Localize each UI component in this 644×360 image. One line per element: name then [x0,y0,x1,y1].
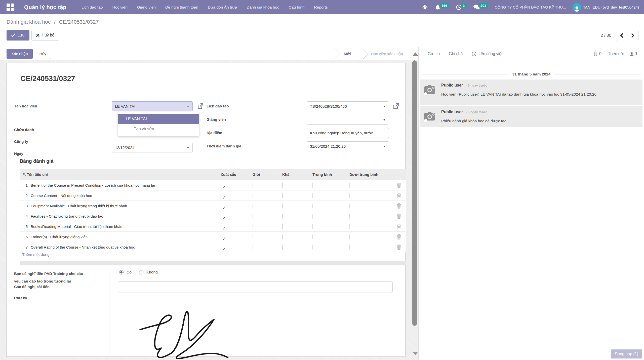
rating-checkbox[interactable] [312,204,313,208]
rating-checkbox[interactable] [312,193,313,198]
rating-checkbox[interactable] [282,234,283,239]
rating-checkbox[interactable] [253,183,253,188]
confirm-button[interactable]: Xác nhận [7,49,33,59]
rating-checkbox[interactable] [253,204,253,208]
save-button[interactable]: Lưu [7,30,29,41]
scrollbar-thumb[interactable] [412,60,417,326]
message-author[interactable]: Public user [441,110,463,114]
rating-checkbox[interactable] [349,193,350,198]
send-message-button[interactable]: Gửi tin [428,52,440,56]
cancel-button[interactable]: Hủy [35,49,51,59]
col-header-below-average[interactable]: Dưới trung bình [346,172,392,177]
menu-reports[interactable]: Reports [314,5,328,10]
delete-row-trash-icon[interactable] [396,244,402,250]
schedule-field[interactable]: TS/240528/S100/466▼ [307,101,389,111]
table-row[interactable]: 7Overall Rating of the Course - Nhận xét… [20,242,406,252]
follow-button[interactable]: Theo dõi [608,52,624,56]
rating-checkbox[interactable] [349,224,350,229]
dropdown-option-levantai[interactable]: LE VAN TAI [118,114,199,124]
rating-checkbox[interactable] [312,183,313,188]
table-row[interactable]: 2Course Content - Nội dung khóa học [20,190,406,201]
eval-time-field[interactable]: 31/05/2024 21:20:26▼ [307,141,389,151]
menu-lich-dao-tao[interactable]: Lịch đào tạo [82,5,103,10]
rating-checkbox[interactable] [282,204,283,208]
criteria-cell[interactable]: 5Books/Reading Material - Giáo trình, tà… [20,224,217,229]
scroll-down-arrow[interactable] [413,352,418,355]
rating-checkbox[interactable] [221,204,221,208]
criteria-cell[interactable]: 2Course Content - Nội dung khóa học [20,193,217,198]
apps-menu-icon[interactable] [7,4,14,11]
delete-row-trash-icon[interactable] [396,223,402,229]
rating-checkbox[interactable] [221,183,221,188]
pager-previous-button[interactable] [616,30,627,41]
message-author[interactable]: Public user [441,83,463,87]
table-row[interactable]: 4Facilities - Chất lượng trang thiết bị … [20,211,406,221]
rating-checkbox[interactable] [312,224,313,229]
rating-checkbox[interactable] [282,224,283,229]
add-row-link[interactable]: Thêm một dòng [22,252,50,257]
rating-checkbox[interactable] [253,214,253,219]
attachments-button[interactable]: 0 [593,51,601,56]
menu-cau-hinh[interactable]: Cấu hình [289,5,305,10]
rating-checkbox[interactable] [349,183,350,188]
col-header-good[interactable]: Giỏi [249,172,279,177]
signature-image[interactable] [132,305,240,360]
rating-checkbox[interactable] [221,234,221,239]
rating-checkbox[interactable] [221,245,221,250]
rating-checkbox[interactable] [349,234,350,239]
rating-checkbox[interactable] [221,214,221,219]
delete-row-trash-icon[interactable] [396,213,402,219]
delete-row-trash-icon[interactable] [396,234,402,240]
scroll-up-arrow[interactable] [413,52,418,56]
delete-row-trash-icon[interactable] [396,203,402,209]
date-field[interactable]: 12/12/2024▼ [112,143,193,152]
criteria-cell[interactable]: 7Overall Rating of the Course - Nhận xét… [20,245,217,249]
schedule-external-link-icon[interactable] [393,103,399,109]
delete-row-trash-icon[interactable] [396,182,402,188]
menu-de-nghi-thanh-toan[interactable]: Đề nghị thanh toán [165,5,198,10]
followers-button[interactable]: 1 [630,52,637,56]
menu-giang-vien[interactable]: Giảng viên [137,5,156,10]
rating-checkbox[interactable] [349,214,350,219]
col-header-criteria[interactable]: #. Tên tiêu chí [20,172,217,177]
table-row[interactable]: 1Benefit of the Course in Present Condit… [20,180,406,190]
messages-chat-icon[interactable]: 201 [473,4,488,11]
suggestions-input[interactable] [118,281,393,293]
col-header-excellent[interactable]: Xuất sắc [217,172,249,177]
debug-bug-icon[interactable] [422,4,428,10]
rating-checkbox[interactable] [253,224,253,229]
delete-row-trash-icon[interactable] [396,192,402,198]
rating-checkbox[interactable] [253,245,253,250]
menu-danh-gia-khoa-hoc[interactable]: Đánh giá khóa học [247,5,279,10]
discard-button[interactable]: Huỷ bỏ [31,30,59,41]
criteria-cell[interactable]: 4Facilities - Chất lượng trang thiết bị … [20,214,217,218]
rating-checkbox[interactable] [221,224,221,229]
rating-checkbox[interactable] [282,183,283,188]
radio-yes[interactable] [119,270,124,274]
trainer-field[interactable]: ▼ [307,115,389,125]
rating-checkbox[interactable] [312,214,313,219]
rating-checkbox[interactable] [282,193,283,198]
rating-checkbox[interactable] [349,204,350,208]
app-title[interactable]: Quản lý học tập [24,4,66,11]
criteria-cell[interactable]: 6Trainer(s) - Chất lượng giảng viên [20,235,217,239]
criteria-cell[interactable]: 1Benefit of the Course in Present Condit… [20,183,217,187]
notifications-bell-icon[interactable]: 156 [434,4,449,11]
rating-checkbox[interactable] [312,234,313,239]
col-header-fair[interactable]: Khá [279,172,309,177]
menu-hoc-vien[interactable]: Học viên [112,5,128,10]
log-note-button[interactable]: Ghi chú [449,52,463,56]
location-field[interactable]: Khu công nghiệp Đông Xuyên, đườn [307,128,389,138]
table-row[interactable]: 3Equipment Available - Chất lượng trang … [20,201,406,211]
rating-checkbox[interactable] [282,245,283,250]
rating-checkbox[interactable] [282,214,283,219]
breadcrumb-parent[interactable]: Đánh giá khóa học [7,19,51,25]
rating-checkbox[interactable] [349,245,350,250]
user-menu[interactable]: TAN_EDU (pvd_dev_test050424) [573,3,639,12]
pager-next-button[interactable] [627,30,638,41]
table-row[interactable]: 6Trainer(s) - Chất lượng giảng viên [20,232,406,242]
criteria-cell[interactable]: 3Equipment Available - Chất lượng trang … [20,204,217,208]
company-switcher[interactable]: CÔNG TY CỔ PHẦN ĐÀO TẠO KỸ THU... [495,5,566,9]
student-external-link-icon[interactable] [197,103,204,109]
table-row[interactable]: 5Books/Reading Material - Giáo trình, tà… [20,221,406,232]
